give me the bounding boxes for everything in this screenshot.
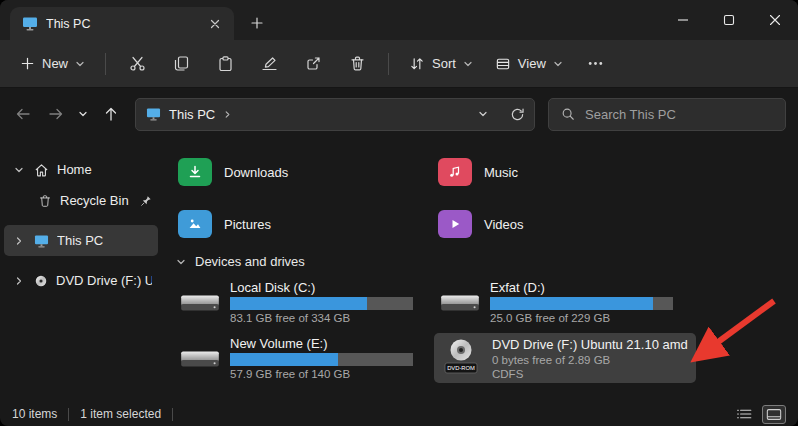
- hard-drive-icon: [438, 286, 482, 318]
- chevron-down-icon[interactable]: [14, 165, 26, 175]
- section-devices-and-drives[interactable]: Devices and drives: [176, 254, 798, 269]
- share-button[interactable]: [292, 47, 334, 81]
- dvd-disc-icon: [34, 274, 48, 288]
- this-pc-icon: [22, 16, 38, 31]
- maximize-button[interactable]: [706, 0, 752, 40]
- plus-icon: [20, 56, 35, 71]
- drive-free-space: 57.9 GB free of 140 GB: [230, 368, 413, 380]
- status-bar: 10 items 1 item selected: [0, 402, 798, 426]
- close-button[interactable]: [752, 0, 798, 40]
- chevron-down-icon: [463, 59, 473, 69]
- this-pc-icon: [34, 234, 49, 248]
- drive-free-space: 25.0 GB free of 229 GB: [490, 312, 673, 324]
- folder-name: Pictures: [224, 217, 271, 232]
- sort-icon: [409, 56, 425, 72]
- drive-name: New Volume (E:): [230, 336, 413, 351]
- breadcrumb-chevron-icon[interactable]: [223, 110, 232, 119]
- sidebar-item-dvd-drive[interactable]: DVD Drive (F:) Ubun: [4, 265, 158, 296]
- forward-button[interactable]: [39, 98, 72, 131]
- delete-button[interactable]: [336, 47, 378, 81]
- dvd-rom-badge: DVD-ROM: [447, 365, 475, 371]
- copy-button[interactable]: [160, 47, 202, 81]
- refresh-button[interactable]: [504, 101, 530, 127]
- search-box[interactable]: Search This PC: [548, 98, 786, 131]
- sidebar-item-label: Home: [57, 162, 92, 177]
- drives-grid: Local Disk (C:) 83.1 GB free of 334 GB E…: [174, 277, 798, 383]
- command-bar: New Sort View: [0, 40, 798, 88]
- drive-usage-bar: [230, 297, 413, 310]
- section-label: Devices and drives: [195, 254, 305, 269]
- address-dropdown-button[interactable]: [470, 101, 496, 127]
- folder-downloads[interactable]: Downloads: [174, 152, 354, 192]
- drive-usage-bar: [230, 353, 413, 366]
- sidebar-item-recycle-bin[interactable]: Recycle Bin: [4, 185, 158, 216]
- chevron-down-icon: [75, 59, 85, 69]
- folder-pictures[interactable]: Pictures: [174, 204, 354, 244]
- status-view-toggles: [732, 405, 786, 424]
- new-button[interactable]: New: [10, 49, 95, 78]
- drive-usage-fill: [490, 297, 653, 310]
- drive-new-volume-e[interactable]: New Volume (E:) 57.9 GB free of 140 GB: [174, 333, 421, 383]
- home-icon: [34, 163, 49, 177]
- downloads-folder-icon: [178, 158, 212, 186]
- view-icon: [495, 56, 511, 72]
- up-button[interactable]: [94, 98, 127, 131]
- music-folder-icon: [438, 158, 472, 186]
- sidebar-item-label: Recycle Bin: [60, 193, 129, 208]
- address-row: This PC Search This PC: [0, 88, 798, 140]
- more-options-button[interactable]: [575, 47, 617, 81]
- sort-button[interactable]: Sort: [399, 49, 483, 79]
- status-item-count: 10 items: [12, 407, 57, 421]
- dvd-drive-icon: DVD-ROM: [438, 338, 484, 378]
- drive-free-space: 0 bytes free of 2.89 GB: [492, 354, 688, 366]
- tab-this-pc[interactable]: This PC: [10, 7, 234, 40]
- folder-name: Downloads: [224, 165, 288, 180]
- rename-button[interactable]: [248, 47, 290, 81]
- this-pc-icon: [146, 107, 161, 121]
- drive-name: DVD Drive (F:) Ubuntu 21.10 amd: [492, 337, 688, 352]
- drive-local-disk-c[interactable]: Local Disk (C:) 83.1 GB free of 334 GB: [174, 277, 421, 327]
- toolbar-divider: [388, 53, 389, 75]
- sidebar-item-label: DVD Drive (F:) Ubun: [56, 273, 152, 288]
- address-bar[interactable]: This PC: [135, 98, 535, 131]
- back-button[interactable]: [6, 98, 39, 131]
- drive-filesystem: CDFS: [492, 368, 688, 380]
- drive-usage-bar: [490, 297, 673, 310]
- new-tab-button[interactable]: [242, 8, 272, 38]
- breadcrumb[interactable]: This PC: [169, 107, 215, 122]
- sidebar-item-this-pc[interactable]: This PC: [4, 225, 158, 256]
- drive-dvd-f-selected[interactable]: DVD-ROM DVD Drive (F:) Ubuntu 21.10 amd …: [434, 333, 696, 383]
- sidebar-item-home[interactable]: Home: [4, 154, 158, 185]
- window-controls: [660, 0, 798, 40]
- view-button[interactable]: View: [485, 49, 573, 79]
- cut-button[interactable]: [116, 47, 158, 81]
- drive-exfat-d[interactable]: Exfat (D:) 25.0 GB free of 229 GB: [434, 277, 681, 327]
- chevron-right-icon[interactable]: [14, 236, 26, 246]
- chevron-right-icon[interactable]: [14, 276, 26, 286]
- paste-button[interactable]: [204, 47, 246, 81]
- status-divider: [172, 408, 173, 421]
- pin-icon: [140, 195, 152, 207]
- toolbar-divider: [105, 53, 106, 75]
- items-view: Downloads Music Pictures: [162, 140, 798, 402]
- tab-close-icon[interactable]: [204, 13, 226, 35]
- search-icon: [561, 107, 575, 121]
- titlebar: This PC: [0, 0, 798, 40]
- details-view-button[interactable]: [732, 405, 756, 424]
- chevron-down-icon: [553, 59, 563, 69]
- drive-usage-fill: [230, 297, 367, 310]
- chevron-down-icon: [176, 257, 186, 267]
- drive-free-space: 83.1 GB free of 334 GB: [230, 312, 413, 324]
- folder-videos[interactable]: Videos: [434, 204, 614, 244]
- folder-music[interactable]: Music: [434, 152, 614, 192]
- folder-name: Music: [484, 165, 518, 180]
- folders-grid: Downloads Music Pictures: [174, 152, 798, 244]
- hard-drive-icon: [178, 286, 222, 318]
- videos-folder-icon: [438, 210, 472, 238]
- minimize-button[interactable]: [660, 0, 706, 40]
- large-icons-view-button[interactable]: [762, 405, 786, 424]
- recent-locations-button[interactable]: [72, 98, 94, 131]
- drive-usage-fill: [230, 353, 338, 366]
- new-button-label: New: [42, 56, 68, 71]
- sort-button-label: Sort: [432, 56, 456, 71]
